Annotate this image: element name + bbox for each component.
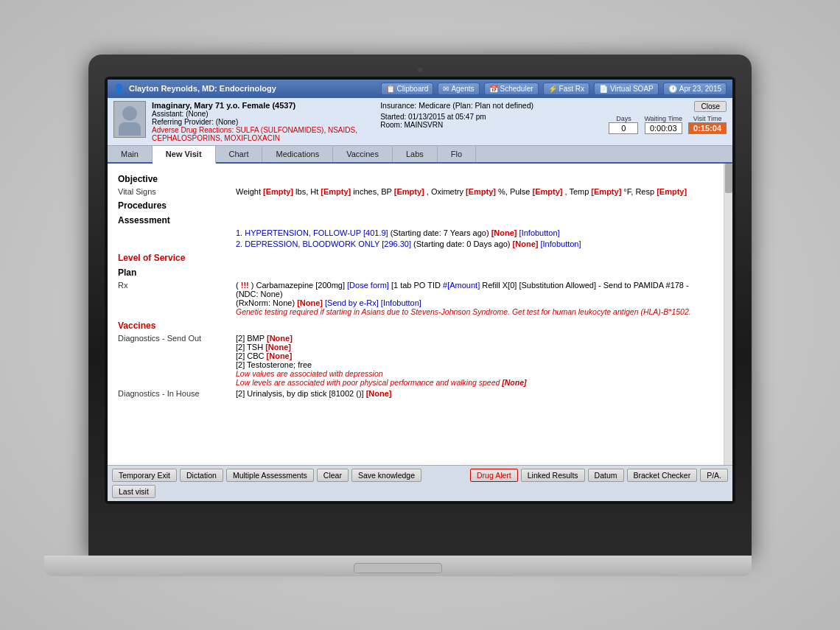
vital-signs-value: Weight [Empty] lbs, Ht [Empty] inches, B…: [236, 187, 713, 196]
close-button[interactable]: Close: [694, 101, 727, 112]
tab-newvisit[interactable]: New Visit: [153, 146, 216, 164]
waiting-col: Waiting Time 0:00:03: [644, 115, 682, 134]
assessment-label-empty: [118, 228, 236, 237]
scheduler-icon: 📅: [489, 85, 498, 93]
header-right: 📋 Clipboard ✉ Agents 📅 Scheduler ⚡: [381, 83, 727, 95]
provider-icon: 👤: [113, 83, 125, 94]
rx-infobutton[interactable]: [Infobutton]: [381, 298, 421, 307]
multiple-assessments-button[interactable]: Multiple Assessments: [226, 469, 314, 482]
screen: 👤 Clayton Reynolds, MD: Endocrinology 📋 …: [108, 80, 732, 501]
patient-info: Imaginary, Mary 71 y.o. Female (4537) As…: [152, 101, 374, 142]
scheduler-button[interactable]: 📅 Scheduler: [484, 83, 539, 95]
los-title: Level of Service: [118, 253, 713, 263]
procedures-title: Procedures: [118, 200, 713, 211]
bottom-toolbar: Temporary Exit Dictation Multiple Assess…: [108, 465, 732, 501]
agents-icon: ✉: [443, 85, 449, 93]
tab-vaccines[interactable]: Vaccines: [333, 146, 393, 162]
ht-empty: [Empty]: [321, 187, 351, 196]
save-knowledge-button[interactable]: Save knowledge: [351, 469, 421, 482]
screen-bezel: 👤 Clayton Reynolds, MD: Endocrinology 📋 …: [105, 77, 735, 504]
linked-results-button[interactable]: Linked Results: [521, 469, 585, 482]
diag-inhouse-row: Diagnostics - In House [2] Urinalysis, b…: [118, 389, 713, 398]
assessment-1-none: [None]: [491, 228, 517, 237]
fastrx-icon: ⚡: [548, 85, 557, 93]
days-col: Days 0: [609, 115, 638, 134]
tab-main[interactable]: Main: [108, 146, 153, 162]
diag-sendout-values: [2] BMP [None] [2] TSH [None] [2] CBC [N…: [236, 334, 713, 387]
ox-empty: [Empty]: [466, 187, 496, 196]
datum-button[interactable]: Datum: [588, 469, 624, 482]
vaccines-title: Vaccines: [118, 321, 713, 331]
clipboard-button[interactable]: 📋 Clipboard: [381, 83, 434, 95]
visittime-col: Visit Time 0:15:04: [688, 115, 727, 134]
rx-erx[interactable]: [Send by e-Rx]: [325, 298, 379, 307]
tab-flo[interactable]: Flo: [438, 146, 476, 162]
date-button[interactable]: 🕐 Apr 23, 2015: [663, 83, 727, 95]
laptop-base: [44, 556, 752, 576]
tsh-none: [None]: [265, 343, 291, 351]
camera-dot: [418, 68, 422, 72]
virtualsoap-icon: 📄: [599, 85, 608, 93]
tab-labs[interactable]: Labs: [393, 146, 438, 162]
assessment-2-text[interactable]: 2. DEPRESSION, BLOODWORK ONLY [296.30]: [236, 239, 411, 248]
plan-title: Plan: [118, 267, 713, 278]
header-bar: 👤 Clayton Reynolds, MD: Endocrinology 📋 …: [108, 80, 732, 98]
patient-bar: Imaginary, Mary 71 y.o. Female (4537) As…: [108, 98, 732, 146]
assessment-2-none: [None]: [513, 239, 539, 248]
pulse-empty: [Empty]: [532, 187, 562, 196]
assessment-1-infobutton[interactable]: [Infobutton]: [519, 228, 560, 237]
bracket-checker-button[interactable]: Bracket Checker: [627, 469, 698, 482]
drug-alert-button[interactable]: Drug Alert: [470, 469, 518, 482]
tabs-bar: Main New Visit Chart Medications Vaccine…: [108, 146, 732, 164]
urinalysis-none: [None]: [366, 389, 392, 398]
waiting-val: 0:00:03: [645, 122, 682, 134]
patient-assistant: Assistant: (None): [152, 110, 374, 118]
rx-value: ( !!! ) Carbamazepine [200mg] [Dose form…: [236, 281, 713, 316]
visittime-val: 0:15:04: [688, 122, 727, 134]
weight-empty: [Empty]: [263, 187, 293, 196]
rx-warning-icon: !!!: [241, 281, 249, 290]
tab-medications[interactable]: Medications: [262, 146, 333, 162]
bp-empty: [Empty]: [394, 187, 424, 196]
scrollbar-thumb[interactable]: [725, 164, 732, 193]
visittime-label: Visit Time: [693, 115, 722, 122]
rx-doseform[interactable]: [Dose form]: [347, 281, 389, 290]
clock-icon: 🕐: [668, 85, 677, 93]
fastrx-button[interactable]: ⚡ Fast Rx: [543, 83, 589, 95]
diag-inhouse-label: Diagnostics - In House: [118, 389, 236, 398]
cbc-none: [None]: [267, 351, 293, 360]
patient-started: Started: 01/13/2015 at 05:47 pm: [380, 113, 603, 121]
rx-row: Rx ( !!! ) Carbamazepine [200mg] [Dose f…: [118, 281, 713, 316]
diag-tsh: [2] TSH [None]: [236, 343, 713, 351]
header-left: 👤 Clayton Reynolds, MD: Endocrinology: [113, 83, 276, 94]
scrollbar[interactable]: [724, 164, 732, 465]
diag-sendout-row: Diagnostics - Send Out [2] BMP [None] [2…: [118, 334, 713, 387]
diag-inhouse-values: [2] Urinalysis, by dip stick [81002 ()] …: [236, 389, 713, 398]
virtualsoap-button[interactable]: 📄 Virtual SOAP: [594, 83, 659, 95]
assessment-1-text[interactable]: 1. HYPERTENSION, FOLLOW-UP [401.9]: [236, 228, 388, 237]
assessment-label-empty2: [118, 239, 236, 248]
diag-test-note2: Low levels are associated with poor phys…: [236, 378, 713, 387]
vital-signs-label: Vital Signs: [118, 187, 236, 196]
agents-button[interactable]: ✉ Agents: [438, 83, 479, 95]
patient-referring: Referring Provider: (None): [152, 118, 374, 126]
rx-genetic-warning: Genetic testing required if starting in …: [236, 307, 691, 316]
last-visit-button[interactable]: Last visit: [112, 485, 155, 498]
dictation-button[interactable]: Dictation: [180, 469, 223, 482]
assessment-2-infobutton[interactable]: [Infobutton]: [541, 239, 581, 248]
provider-name: Clayton Reynolds, MD: Endocrinology: [129, 84, 276, 93]
tab-chart[interactable]: Chart: [216, 146, 263, 162]
vital-signs-row: Vital Signs Weight [Empty] lbs, Ht [Empt…: [118, 187, 713, 196]
days-label: Days: [616, 115, 631, 122]
laptop-body: 👤 Clayton Reynolds, MD: Endocrinology 📋 …: [88, 55, 752, 556]
resp-empty: [Empty]: [657, 187, 687, 196]
trackpad[interactable]: [354, 563, 442, 573]
patient-name: Imaginary, Mary 71 y.o. Female (4537): [152, 101, 374, 110]
clear-button[interactable]: Clear: [317, 469, 349, 482]
assessment-row-1: 1. HYPERTENSION, FOLLOW-UP [401.9] (Star…: [118, 228, 713, 237]
temporary-exit-button[interactable]: Temporary Exit: [112, 469, 177, 482]
bmp-none: [None]: [267, 334, 293, 343]
rx-amount[interactable]: #[Amount]: [443, 281, 480, 290]
pa-button[interactable]: P/A.: [700, 469, 728, 482]
rx-drug-name: Carbamazepine [200mg]: [256, 281, 348, 290]
